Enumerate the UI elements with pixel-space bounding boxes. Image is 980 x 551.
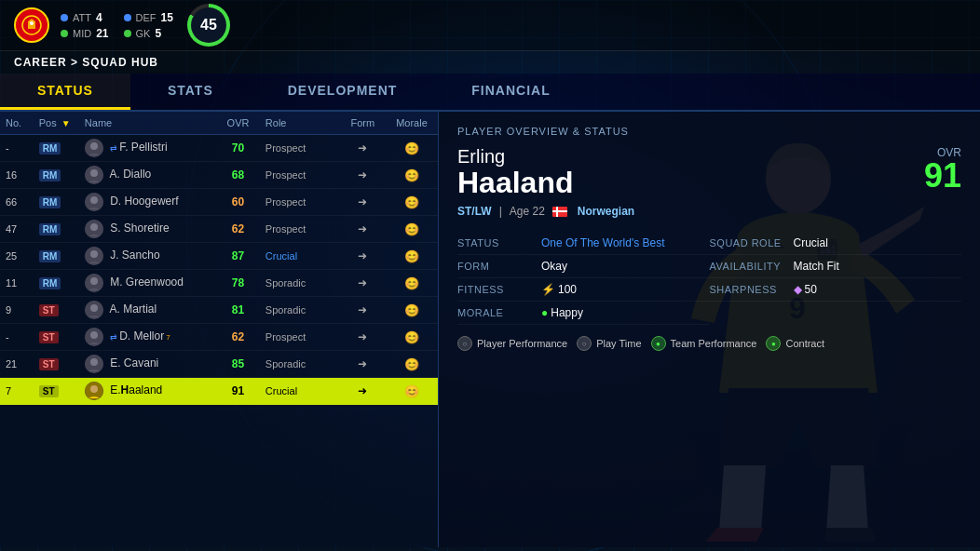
stat-label: SQUAD ROLE (710, 237, 794, 249)
stat-value: Crucial (794, 236, 828, 249)
cell-pos: RM (34, 189, 79, 216)
cell-name: ⇄F. Pellistri (79, 135, 216, 162)
cell-ovr: 91 (216, 378, 260, 405)
cell-name: A. Diallo (79, 162, 216, 189)
svg-point-19 (90, 358, 98, 366)
cell-role: Prospect (260, 216, 340, 243)
tab-development[interactable]: DEVELOPMENT (251, 74, 435, 110)
stat-value: Match Fit (794, 260, 839, 273)
cell-pos: RM (34, 270, 79, 297)
table-row[interactable]: 25 RM J. Sancho 87 Crucial ➜ 😊 (0, 243, 438, 270)
nav-tabs: STATUS STATS DEVELOPMENT FINANCIAL (0, 74, 980, 112)
tab-stats[interactable]: STATS (130, 74, 251, 110)
player-meta: ST/LW | Age 22 Norwegian (457, 205, 961, 218)
stats-grid: STATUS One Of The World's Best SQUAD ROL… (457, 232, 961, 325)
badge-icon: ● (651, 336, 666, 351)
cell-name: E.Haaland (79, 378, 216, 405)
badge-label: Play Time (596, 338, 641, 349)
badge-item: ● Contract (766, 336, 824, 351)
cell-morale: 😊 (386, 162, 438, 189)
cell-no: - (0, 135, 34, 162)
cell-no: 25 (0, 243, 34, 270)
cell-role: Prospect (260, 189, 340, 216)
cell-no: 11 (0, 270, 34, 297)
badge-item: ● Team Performance (651, 336, 757, 351)
stat-row: SHARPNESS ◆50 (710, 278, 962, 302)
col-header-form: Form (340, 112, 386, 135)
table-row[interactable]: 47 RM S. Shoretire 62 Prospect ➜ 😊 (0, 216, 438, 243)
cell-pos: ST (34, 351, 79, 378)
stat-row: FORM Okay (457, 255, 710, 278)
badge-icon: ● (766, 336, 781, 351)
cell-no: 9 (0, 297, 34, 324)
cell-ovr: 62 (216, 324, 260, 351)
pos-sort-icon[interactable]: ▼ (61, 118, 71, 128)
player-nationality: Norwegian (578, 205, 634, 218)
svg-point-7 (90, 196, 98, 204)
stat-row: MORALE ●Happy (457, 302, 710, 325)
cell-ovr: 60 (216, 189, 260, 216)
svg-point-5 (90, 169, 98, 177)
cell-form: ➜ (340, 270, 386, 297)
breadcrumb-path: CAREER > (14, 56, 82, 69)
cell-pos: RM (34, 243, 79, 270)
table-row[interactable]: 9 ST A. Martial 81 Sporadic ➜ 😊 (0, 297, 438, 324)
badge-label: Contract (785, 338, 824, 349)
cell-ovr: 70 (216, 135, 260, 162)
cell-ovr: 85 (216, 351, 260, 378)
cell-form: ➜ (340, 135, 386, 162)
table-row[interactable]: 11 RM M. Greenwood 78 Sporadic ➜ 😊 (0, 270, 438, 297)
cell-role: Crucial (260, 378, 340, 405)
stat-value: ◆50 (794, 283, 817, 296)
tab-financial[interactable]: FINANCIAL (434, 74, 587, 110)
col-header-name[interactable]: Name (79, 112, 216, 135)
player-last-name: Haaland (457, 168, 573, 197)
cell-morale: 😊 (386, 324, 438, 351)
def-label: DEF (136, 12, 157, 23)
cell-morale: 😊 (386, 216, 438, 243)
club-logo (14, 7, 49, 43)
stat-label: FITNESS (457, 284, 541, 295)
svg-point-13 (90, 277, 98, 285)
cell-no: 7 (0, 378, 34, 405)
overall-value: 45 (200, 17, 217, 34)
cell-no: 66 (0, 189, 34, 216)
svg-point-21 (90, 385, 98, 393)
cell-name: J. Sancho (79, 243, 216, 270)
main-content: No. Pos ▼ Name OVR Role Form Morale - RM (0, 112, 980, 547)
table-row[interactable]: 21 ST E. Cavani 85 Sporadic ➜ 😊 (0, 351, 438, 378)
svg-point-9 (90, 223, 98, 231)
breadcrumb-current: SQUAD HUB (82, 56, 158, 69)
cell-form: ➜ (340, 216, 386, 243)
table-row[interactable]: 66 RM D. Hoogewerf 60 Prospect ➜ 😊 (0, 189, 438, 216)
stat-row: FITNESS ⚡100 (457, 278, 710, 302)
ovr-number: 91 (924, 159, 961, 193)
cell-name: A. Martial (79, 297, 216, 324)
badge-item: ○ Play Time (577, 336, 641, 351)
cell-name: ⇄D. Mellor7 (79, 324, 216, 351)
col-header-morale: Morale (386, 112, 438, 135)
stat-label: FORM (457, 261, 541, 272)
table-row[interactable]: 16 RM A. Diallo 68 Prospect ➜ 😊 (0, 162, 438, 189)
table-row[interactable]: - RM ⇄F. Pellistri 70 Prospect ➜ 😊 (0, 135, 438, 162)
stat-label: MORALE (457, 307, 541, 318)
player-position: ST/LW (457, 205, 492, 218)
cell-morale: 😊 (386, 351, 438, 378)
gk-value: 5 (155, 27, 161, 40)
gk-label: GK (136, 28, 151, 39)
cell-morale: 😊 (386, 135, 438, 162)
cell-role: Prospect (260, 324, 340, 351)
table-row[interactable]: - ST ⇄D. Mellor7 62 Prospect ➜ 😊 (0, 324, 438, 351)
badge-item: ○ Player Performance (457, 336, 567, 351)
col-header-ovr: OVR (216, 112, 260, 135)
cell-pos: ST (34, 378, 79, 405)
overall-badge: 45 (187, 4, 230, 47)
cell-form: ➜ (340, 351, 386, 378)
table-row[interactable]: 7 ST E.Haaland 91 Crucial ➜ 😊 (0, 378, 438, 405)
cell-role: Prospect (260, 135, 340, 162)
cell-form: ➜ (340, 297, 386, 324)
tab-status[interactable]: STATUS (0, 74, 130, 110)
att-value: 4 (96, 11, 102, 24)
cell-no: 16 (0, 162, 34, 189)
cell-role: Sporadic (260, 351, 340, 378)
